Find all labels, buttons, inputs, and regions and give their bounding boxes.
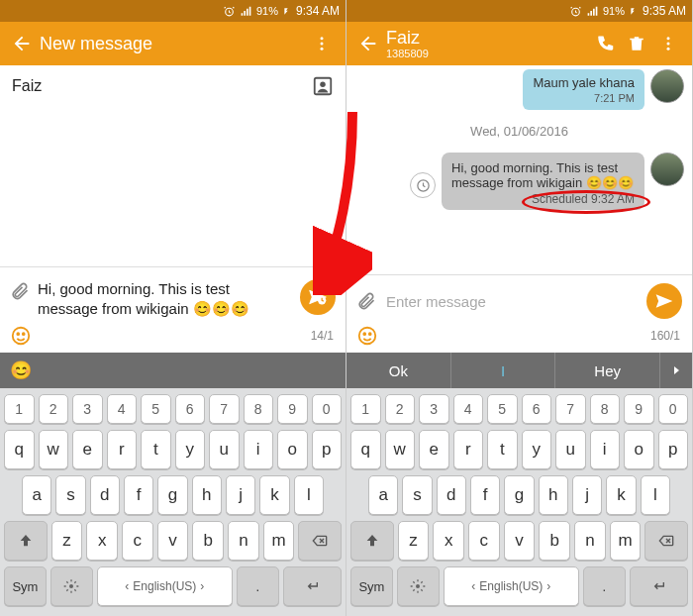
avatar[interactable] bbox=[650, 153, 684, 186]
key-k[interactable]: k bbox=[259, 475, 289, 515]
key-8[interactable]: 8 bbox=[590, 394, 621, 424]
key-h[interactable]: h bbox=[192, 475, 222, 515]
key-w[interactable]: w bbox=[385, 430, 416, 469]
key-o[interactable]: o bbox=[277, 430, 308, 469]
key-2[interactable]: 2 bbox=[39, 394, 69, 424]
suggestion-emoji[interactable]: 😊 bbox=[10, 359, 32, 381]
key-g[interactable]: g bbox=[504, 475, 534, 515]
message-scheduled[interactable]: Hi, good morning. This is test message f… bbox=[354, 153, 684, 210]
sym-key[interactable]: Sym bbox=[350, 566, 393, 606]
key-7[interactable]: 7 bbox=[555, 394, 586, 424]
key-a[interactable]: a bbox=[368, 475, 398, 515]
key-s[interactable]: s bbox=[55, 475, 85, 515]
delete-button[interactable] bbox=[621, 35, 652, 52]
send-button[interactable] bbox=[646, 283, 682, 319]
key-o[interactable]: o bbox=[624, 430, 654, 469]
key-z[interactable]: z bbox=[398, 521, 430, 561]
key-l[interactable]: l bbox=[641, 475, 670, 515]
key-x[interactable]: x bbox=[86, 521, 118, 561]
key-3[interactable]: 3 bbox=[419, 394, 449, 424]
key-z[interactable]: z bbox=[51, 521, 83, 561]
send-scheduled-button[interactable] bbox=[300, 279, 336, 315]
key-m[interactable]: m bbox=[610, 521, 642, 561]
key-1[interactable]: 1 bbox=[4, 394, 35, 424]
key-f[interactable]: f bbox=[124, 475, 153, 515]
backspace-key[interactable] bbox=[644, 521, 688, 561]
key-4[interactable]: 4 bbox=[107, 394, 138, 424]
key-m[interactable]: m bbox=[263, 521, 295, 561]
suggestion-word[interactable]: Hey bbox=[555, 353, 660, 388]
key-t[interactable]: t bbox=[141, 430, 171, 469]
period-key[interactable]: . bbox=[237, 566, 279, 606]
space-key[interactable]: ‹ English(US) › bbox=[444, 566, 579, 606]
conversation-view[interactable]: Maum yale khana 7:21 PM Wed, 01/06/2016 … bbox=[346, 65, 692, 274]
key-3[interactable]: 3 bbox=[72, 394, 103, 424]
key-u[interactable]: u bbox=[209, 430, 240, 469]
shift-key[interactable] bbox=[350, 521, 394, 561]
key-2[interactable]: 2 bbox=[385, 394, 416, 424]
key-v[interactable]: v bbox=[504, 521, 536, 561]
back-button[interactable] bbox=[8, 33, 36, 54]
key-c[interactable]: c bbox=[122, 521, 153, 561]
enter-key[interactable] bbox=[630, 566, 688, 606]
suggestion-more-button[interactable] bbox=[660, 364, 692, 376]
message-input[interactable]: Hi, good morning. This is test message f… bbox=[38, 275, 292, 320]
back-button[interactable] bbox=[354, 33, 382, 54]
key-s[interactable]: s bbox=[402, 475, 432, 515]
call-button[interactable] bbox=[589, 35, 621, 52]
settings-key[interactable] bbox=[397, 566, 440, 606]
key-8[interactable]: 8 bbox=[244, 394, 274, 424]
overflow-menu-button[interactable] bbox=[652, 35, 684, 52]
suggestion-word[interactable]: I bbox=[451, 353, 556, 388]
shift-key[interactable] bbox=[4, 521, 48, 561]
contact-picker-icon[interactable] bbox=[312, 75, 334, 97]
key-9[interactable]: 9 bbox=[624, 394, 654, 424]
emoji-button[interactable] bbox=[356, 325, 378, 347]
key-p[interactable]: p bbox=[658, 430, 689, 469]
overflow-menu-button[interactable] bbox=[306, 35, 338, 52]
recipient-input[interactable]: Faiz bbox=[12, 77, 304, 95]
settings-key[interactable] bbox=[50, 566, 93, 606]
period-key[interactable]: . bbox=[583, 566, 626, 606]
key-i[interactable]: i bbox=[590, 430, 621, 469]
key-6[interactable]: 6 bbox=[522, 394, 552, 424]
key-f[interactable]: f bbox=[470, 475, 500, 515]
key-v[interactable]: v bbox=[157, 521, 189, 561]
key-e[interactable]: e bbox=[419, 430, 449, 469]
emoji-button[interactable] bbox=[10, 325, 32, 347]
key-w[interactable]: w bbox=[39, 430, 69, 469]
key-l[interactable]: l bbox=[294, 475, 324, 515]
key-x[interactable]: x bbox=[433, 521, 464, 561]
key-u[interactable]: u bbox=[555, 430, 586, 469]
key-5[interactable]: 5 bbox=[141, 394, 171, 424]
key-9[interactable]: 9 bbox=[277, 394, 308, 424]
key-1[interactable]: 1 bbox=[350, 394, 381, 424]
key-0[interactable]: 0 bbox=[658, 394, 689, 424]
key-t[interactable]: t bbox=[487, 430, 518, 469]
key-d[interactable]: d bbox=[437, 475, 466, 515]
key-n[interactable]: n bbox=[574, 521, 606, 561]
key-j[interactable]: j bbox=[226, 475, 255, 515]
key-g[interactable]: g bbox=[157, 475, 187, 515]
key-r[interactable]: r bbox=[453, 430, 484, 469]
enter-key[interactable] bbox=[283, 566, 342, 606]
message-outgoing[interactable]: Maum yale khana 7:21 PM bbox=[354, 69, 684, 110]
key-b[interactable]: b bbox=[192, 521, 224, 561]
suggestion-word[interactable]: Ok bbox=[346, 353, 451, 388]
key-d[interactable]: d bbox=[90, 475, 120, 515]
key-h[interactable]: h bbox=[539, 475, 568, 515]
key-k[interactable]: k bbox=[606, 475, 636, 515]
key-e[interactable]: e bbox=[72, 430, 103, 469]
key-7[interactable]: 7 bbox=[209, 394, 240, 424]
attach-button[interactable] bbox=[356, 291, 376, 311]
sym-key[interactable]: Sym bbox=[4, 566, 47, 606]
key-4[interactable]: 4 bbox=[453, 394, 484, 424]
key-p[interactable]: p bbox=[312, 430, 343, 469]
key-i[interactable]: i bbox=[244, 430, 274, 469]
attach-button[interactable] bbox=[10, 281, 30, 301]
key-n[interactable]: n bbox=[228, 521, 259, 561]
key-j[interactable]: j bbox=[572, 475, 602, 515]
avatar[interactable] bbox=[650, 69, 684, 103]
key-r[interactable]: r bbox=[107, 430, 138, 469]
key-5[interactable]: 5 bbox=[487, 394, 518, 424]
